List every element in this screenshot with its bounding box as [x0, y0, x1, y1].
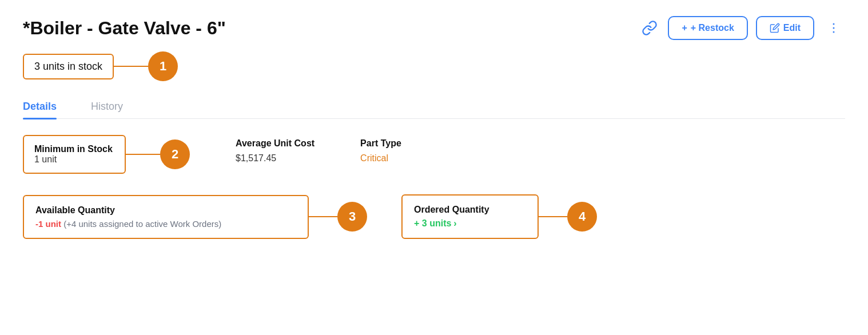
available-quantity-label: Available Quantity [35, 205, 296, 216]
avg-cost-item: Average Unit Cost $1,517.45 [236, 135, 314, 163]
bottom-cards: Available Quantity -1 unit (+4 units ass… [23, 194, 845, 239]
available-quantity-value: -1 unit (+4 units assigned to active Wor… [35, 219, 296, 229]
stock-badge: 3 units in stock [23, 54, 114, 79]
part-type-item: Part Type Critical [360, 135, 401, 163]
min-stock-box: Minimum in Stock 1 unit [23, 135, 126, 174]
ordered-quantity-label: Ordered Quantity [414, 205, 526, 215]
page-container: *Boiler - Gate Valve - 6" + + Restock Ed… [0, 0, 868, 255]
edit-button[interactable]: Edit [756, 16, 814, 40]
page-title: *Boiler - Gate Valve - 6" [23, 18, 226, 39]
available-quantity-wrap: Available Quantity -1 unit (+4 units ass… [23, 195, 367, 239]
ordered-chevron-icon: › [453, 218, 456, 229]
min-stock-section: Minimum in Stock 1 unit 2 [23, 135, 190, 174]
available-negative-value: -1 unit [35, 219, 61, 229]
annotation-circle-4: 4 [567, 202, 597, 232]
part-type-value: Critical [360, 153, 401, 163]
edit-label: Edit [783, 23, 801, 33]
restock-label: + Restock [691, 23, 734, 33]
stock-area: 3 units in stock 1 [23, 51, 845, 81]
restock-button[interactable]: + + Restock [668, 16, 747, 40]
svg-point-2 [833, 31, 835, 33]
ordered-quantity-card: Ordered Quantity + 3 units › [401, 194, 539, 239]
connector-4 [539, 216, 567, 217]
tab-history[interactable]: History [91, 95, 123, 118]
tab-details[interactable]: Details [23, 95, 57, 118]
svg-point-1 [833, 27, 835, 29]
annotation-circle-1: 1 [148, 51, 178, 81]
part-type-label: Part Type [360, 138, 401, 149]
connector-3 [309, 216, 337, 217]
header: *Boiler - Gate Valve - 6" + + Restock Ed… [23, 16, 845, 40]
link-button[interactable] [639, 18, 660, 38]
edit-icon [770, 23, 780, 33]
annotation-circle-3: 3 [337, 202, 367, 232]
avg-cost-label: Average Unit Cost [236, 138, 314, 149]
more-icon [827, 21, 841, 35]
tabs: Details History [23, 95, 845, 119]
ordered-quantity-value: + 3 units › [414, 218, 526, 229]
more-options-button[interactable] [822, 19, 845, 37]
avg-cost-value: $1,517.45 [236, 153, 314, 163]
available-assigned-detail: (+4 units assigned to active Work Orders… [63, 219, 221, 229]
ordered-value-text: + 3 units [414, 218, 451, 229]
ordered-quantity-wrap: Ordered Quantity + 3 units › 4 [401, 194, 597, 239]
min-stock-label: Minimum in Stock [34, 144, 114, 154]
min-stock-value: 1 unit [34, 154, 114, 165]
connector-2 [126, 154, 160, 155]
restock-plus-icon: + [682, 23, 687, 33]
svg-point-0 [833, 23, 835, 25]
header-actions: + + Restock Edit [639, 16, 845, 40]
annotation-circle-2: 2 [160, 139, 190, 169]
available-quantity-card: Available Quantity -1 unit (+4 units ass… [23, 195, 309, 239]
connector-1 [114, 66, 148, 67]
